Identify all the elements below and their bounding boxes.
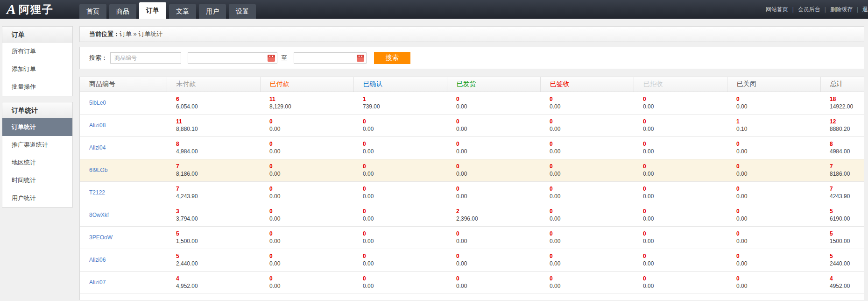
- order-count: 0: [643, 252, 727, 260]
- order-count: 1: [736, 118, 820, 125]
- sidebar-item[interactable]: 时间统计: [2, 172, 72, 189]
- calendar-icon[interactable]: [357, 55, 364, 62]
- order-amount: 0.00: [550, 103, 634, 110]
- top-link-0[interactable]: 网站首页: [766, 6, 788, 14]
- order-amount: 4,984.00: [176, 148, 260, 155]
- stat-cell: 00.00: [540, 271, 634, 294]
- alizi-a-logo-icon: A: [7, 2, 16, 16]
- table-row: Alizi08118,880.1000.0000.0000.0000.0000.…: [80, 114, 864, 136]
- order-count: 0: [269, 275, 353, 282]
- date-to-wrap: [294, 52, 367, 64]
- order-count: 5: [176, 252, 260, 260]
- order-amount: 0.00: [269, 193, 353, 200]
- product-code-cell: 3PEOoW: [80, 226, 167, 249]
- order-count: 0: [269, 252, 353, 260]
- order-amount: 1,500.00: [176, 237, 260, 245]
- column-header: 未付款: [167, 77, 260, 92]
- sidebar-section-0: 订单所有订单添加订单批量操作: [2, 26, 73, 96]
- sidebar-item[interactable]: 推广渠道统计: [2, 136, 72, 154]
- order-count: 0: [269, 208, 353, 215]
- stat-cell: [260, 294, 353, 300]
- stat-cell: 00.00: [634, 204, 727, 226]
- order-amount: 0.00: [269, 282, 353, 290]
- sidebar-item[interactable]: 所有订单: [2, 43, 72, 60]
- stat-cell: [727, 294, 820, 300]
- sidebar-item[interactable]: 用户统计: [2, 189, 72, 207]
- stat-cell: 74,243.90: [167, 181, 260, 204]
- order-amount: 0.00: [736, 260, 820, 267]
- breadcrumb: 当前位置：订单 » 订单统计: [79, 26, 864, 42]
- top-link-3[interactable]: 退出: [862, 6, 868, 14]
- top-link-1[interactable]: 会员后台: [798, 6, 820, 14]
- top-link-2[interactable]: 删除缓存: [830, 6, 853, 14]
- top-link-separator: |: [792, 6, 794, 13]
- calendar-icon[interactable]: [268, 55, 275, 62]
- product-code-link[interactable]: Alizi08: [89, 122, 106, 129]
- sidebar-item[interactable]: 批量操作: [2, 78, 72, 96]
- order-count: 0: [736, 252, 820, 260]
- order-count: 0: [736, 208, 820, 215]
- search-button[interactable]: 搜索: [374, 52, 410, 64]
- sidebar: 订单所有订单添加订单批量操作订单统计订单统计推广渠道统计地区统计时间统计用户统计: [0, 19, 74, 213]
- stat-cell: 44952.00: [820, 271, 864, 294]
- order-count: 0: [736, 95, 820, 103]
- stat-cell: 00.00: [634, 271, 727, 294]
- product-code-link[interactable]: 6I9LGb: [89, 167, 107, 173]
- order-count: 0: [269, 230, 353, 237]
- nav-tab-0[interactable]: 首页: [79, 4, 106, 19]
- stat-cell: 00.00: [447, 249, 540, 271]
- order-count: 0: [643, 185, 727, 193]
- nav-tab-1[interactable]: 商品: [109, 4, 136, 19]
- main-content: 当前位置：订单 » 订单统计 搜索： 至 搜索 商品编号未付款已付款已确认已: [74, 19, 868, 300]
- order-count: 0: [269, 185, 353, 193]
- order-count: 0: [550, 118, 634, 125]
- nav-tab-4[interactable]: 用户: [199, 4, 226, 19]
- order-count: 0: [643, 118, 727, 125]
- product-code-link[interactable]: Alizi06: [89, 257, 106, 263]
- order-amount: 0.00: [456, 103, 540, 110]
- stat-cell: [634, 294, 727, 300]
- stat-cell: 78,186.00: [167, 159, 260, 181]
- product-code-link[interactable]: 3PEOoW: [89, 234, 113, 241]
- order-count: 0: [643, 208, 727, 215]
- page-body: 订单所有订单添加订单批量操作订单统计订单统计推广渠道统计地区统计时间统计用户统计…: [0, 19, 868, 300]
- nav-tab-3[interactable]: 文章: [169, 4, 196, 19]
- sidebar-item[interactable]: 订单统计: [2, 118, 72, 136]
- order-amount: 0.00: [550, 215, 634, 222]
- sidebar-item[interactable]: 添加订单: [2, 60, 72, 78]
- logo[interactable]: A 阿狸子: [7, 2, 66, 17]
- stat-cell: [80, 294, 167, 300]
- order-count: 5: [830, 252, 864, 260]
- date-to-input[interactable]: [294, 52, 367, 64]
- order-count: 5: [176, 230, 260, 237]
- stat-cell: 00.00: [540, 159, 634, 181]
- sidebar-item[interactable]: 地区统计: [2, 154, 72, 172]
- product-code-link[interactable]: 8OwXkf: [89, 212, 109, 218]
- stat-cell: 52,440.00: [167, 249, 260, 271]
- stat-cell: 00.00: [540, 92, 634, 114]
- product-code-link[interactable]: T2122: [89, 189, 105, 196]
- table-body: 5lbLe066,054.00118,129.001739.0000.0000.…: [80, 92, 864, 300]
- order-count: 0: [363, 140, 447, 148]
- order-count: 0: [550, 252, 634, 260]
- order-count: 1: [363, 95, 447, 103]
- date-from-input[interactable]: [188, 52, 277, 64]
- product-code-link[interactable]: Alizi07: [89, 279, 106, 286]
- product-code-link[interactable]: 5lbLe0: [89, 100, 106, 106]
- order-count: 0: [643, 95, 727, 103]
- product-code-cell: 6I9LGb: [80, 159, 167, 181]
- order-amount: 8,880.10: [176, 125, 260, 133]
- order-amount: 2440.00: [830, 260, 864, 267]
- nav-tab-5[interactable]: 设置: [229, 4, 256, 19]
- order-amount: 0.00: [456, 260, 540, 267]
- stat-cell: 00.00: [353, 114, 447, 136]
- stat-cell: 00.00: [447, 159, 540, 181]
- order-amount: 0.00: [643, 237, 727, 245]
- order-count: 2: [456, 208, 540, 215]
- nav-tab-2[interactable]: 订单: [139, 2, 166, 19]
- product-code-link[interactable]: Alizi04: [89, 144, 106, 151]
- column-header: 已拒收: [634, 77, 727, 92]
- product-code-input[interactable]: [110, 52, 181, 64]
- order-count: 0: [269, 163, 353, 170]
- order-count: 0: [363, 185, 447, 193]
